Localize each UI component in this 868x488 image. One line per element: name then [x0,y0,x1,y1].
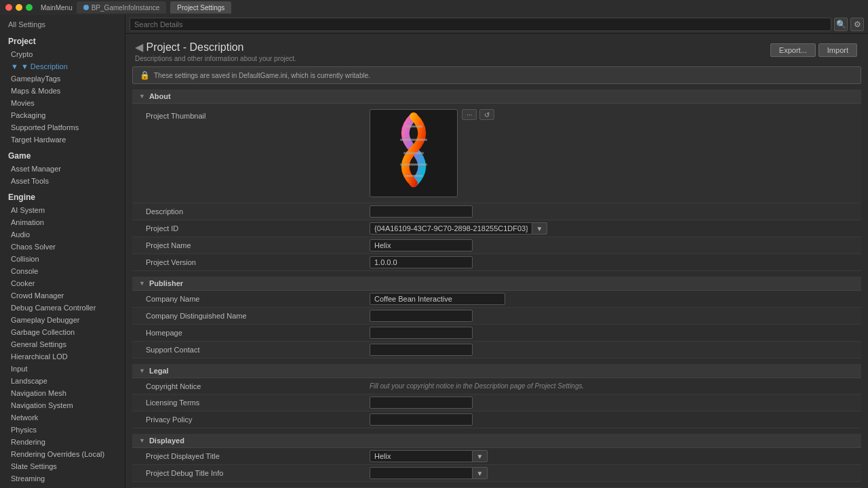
row-description: Description [132,203,861,220]
sidebar-item-navigation-mesh[interactable]: Navigation Mesh [0,387,125,399]
sidebar-item-streaming[interactable]: Streaming [0,472,125,485]
project-name-input[interactable] [370,239,473,251]
sidebar-item-collision[interactable]: Collision [0,253,125,265]
row-project-debug-title: Project Debug Title Info ▼ [132,465,861,482]
sidebar-item-movies[interactable]: Movies [0,97,125,109]
page-title-group: ◀ Project - Description Descriptions and… [135,41,296,62]
sidebar-item-animation[interactable]: Animation [0,216,125,228]
all-settings-link[interactable]: All Settings [0,18,125,31]
row-project-displayed-title: Project Displayed Title ▼ [132,448,861,465]
row-project-id: Project ID ▼ [132,220,861,237]
sidebar-item-ai-system[interactable]: AI System [0,204,125,216]
search-button[interactable]: 🔍 [834,18,848,31]
sidebar-item-crypto[interactable]: Crypto [0,48,125,60]
displayed-title-input[interactable] [370,450,473,462]
sidebar-item-asset-tools[interactable]: Asset Tools [0,175,125,187]
displayed-title-dropdown-btn[interactable]: ▼ [473,450,488,462]
thumbnail-label: Project Thumbnail [139,109,370,120]
project-displayed-title-label: Project Displayed Title [139,452,370,460]
tab-project-settings[interactable]: Project Settings [170,1,231,14]
sidebar-item-console[interactable]: Console [0,265,125,277]
debug-title-input[interactable] [370,467,473,479]
section-legal-header[interactable]: ▼ Legal [132,364,861,378]
project-debug-title-label: Project Debug Title Info [139,469,370,477]
section-displayed-header[interactable]: ▼ Displayed [132,434,861,448]
main-menu-label: MainMenu [41,4,73,12]
sidebar-item-audio[interactable]: Audio [0,228,125,241]
sidebar-item-supported-platforms[interactable]: Supported Platforms [0,121,125,134]
licensing-terms-input[interactable] [370,396,473,409]
sidebar-item-gameplay-debugger[interactable]: Gameplay Debugger [0,314,125,326]
title-bar: MainMenu BP_GameInfoInstance Project Set… [0,0,868,15]
chevron-down-icon-displayed: ▼ [139,437,145,444]
sidebar-item-hierarchical-lod[interactable]: Hierarchical LOD [0,350,125,363]
homepage-input[interactable] [370,327,473,339]
export-button[interactable]: Export... [770,43,816,57]
section-about-header[interactable]: ▼ About [132,89,861,104]
toolbar: 🔍 ⚙ [125,15,868,34]
sidebar-item-rendering-overrides[interactable]: Rendering Overrides (Local) [0,448,125,460]
support-contact-input[interactable] [370,344,473,356]
project-id-value: ▼ [370,222,854,235]
sidebar-item-cooker[interactable]: Cooker [0,277,125,289]
maximize-window-button[interactable] [26,4,33,11]
privacy-policy-label: Privacy Policy [139,415,370,424]
project-displayed-title-value: ▼ [370,450,854,462]
thumbnail-controls: ··· ↺ [462,109,494,123]
sidebar-item-network[interactable]: Network [0,411,125,424]
sidebar-item-gameplaytags[interactable]: GameplayTags [0,73,125,85]
homepage-label: Homepage [139,329,370,337]
sidebar-item-rendering[interactable]: Rendering [0,436,125,448]
row-copyright-notice: Copyright Notice Fill out your copyright… [132,378,861,394]
sidebar-item-crowd-manager[interactable]: Crowd Manager [0,289,125,302]
sidebar-item-packaging[interactable]: Packaging [0,109,125,121]
description-input[interactable] [370,205,473,218]
copyright-notice-label: Copyright Notice [139,382,370,390]
sidebar-item-navigation-system[interactable]: Navigation System [0,399,125,411]
row-licensing-terms: Licensing Terms [132,394,861,411]
import-button[interactable]: Import [818,43,857,57]
sidebar-item-slate-settings[interactable]: Slate Settings [0,460,125,472]
tab-bp-gameinfo[interactable]: BP_GameInfoInstance [77,1,167,14]
copyright-notice-value: Fill out your copyright notice in the De… [370,382,854,390]
settings-button[interactable]: ⚙ [850,18,864,31]
section-about-title: About [149,92,171,100]
project-id-label: Project ID [139,224,370,232]
project-id-input[interactable] [370,222,532,235]
sidebar-item-input[interactable]: Input [0,363,125,375]
section-legal: ▼ Legal Copyright Notice Fill out your c… [132,364,861,428]
close-window-button[interactable] [5,4,12,11]
sidebar-item-physics[interactable]: Physics [0,424,125,436]
sidebar-item-garbage-collection[interactable]: Garbage Collection [0,326,125,338]
row-company-name: Company Name [132,291,861,308]
privacy-policy-value [370,413,854,426]
company-name-input[interactable] [370,293,505,305]
section-publisher-header[interactable]: ▼ Publisher [132,277,861,291]
project-version-input[interactable] [370,256,473,268]
sidebar-item-landscape[interactable]: Landscape [0,375,125,387]
tab-project-label: Project Settings [177,4,224,12]
project-debug-title-value: ▼ [370,467,854,479]
thumbnail-reset-button[interactable]: ↺ [479,109,494,120]
sidebar-item-chaos-solver[interactable]: Chaos Solver [0,241,125,253]
search-input[interactable] [130,18,831,31]
page-title: ◀ Project - Description [135,41,296,54]
row-company-distinguished: Company Distinguished Name [132,308,861,325]
project-id-dropdown-button[interactable]: ▼ [532,222,547,235]
debug-title-dropdown-btn[interactable]: ▼ [473,467,488,479]
privacy-policy-input[interactable] [370,413,473,426]
project-thumbnail[interactable] [370,109,458,197]
licensing-terms-value [370,396,854,409]
description-label: Description [139,207,370,216]
sidebar-item-debug-camera-controller[interactable]: Debug Camera Controller [0,302,125,314]
sidebar-item-description[interactable]: ▼ Description [0,60,125,73]
minimize-window-button[interactable] [16,4,22,11]
company-distinguished-input[interactable] [370,310,473,322]
sidebar-item-target-hardware[interactable]: Target Hardware [0,134,125,146]
tab-bp-label: BP_GameInfoInstance [92,4,160,12]
sidebar-item-asset-manager[interactable]: Asset Manager [0,163,125,175]
thumbnail-menu-button[interactable]: ··· [462,109,477,120]
sidebar-item-tutorials[interactable]: Tutorials [0,485,125,488]
sidebar-item-general-settings[interactable]: General Settings [0,338,125,350]
sidebar-item-maps-modes[interactable]: Maps & Modes [0,85,125,97]
